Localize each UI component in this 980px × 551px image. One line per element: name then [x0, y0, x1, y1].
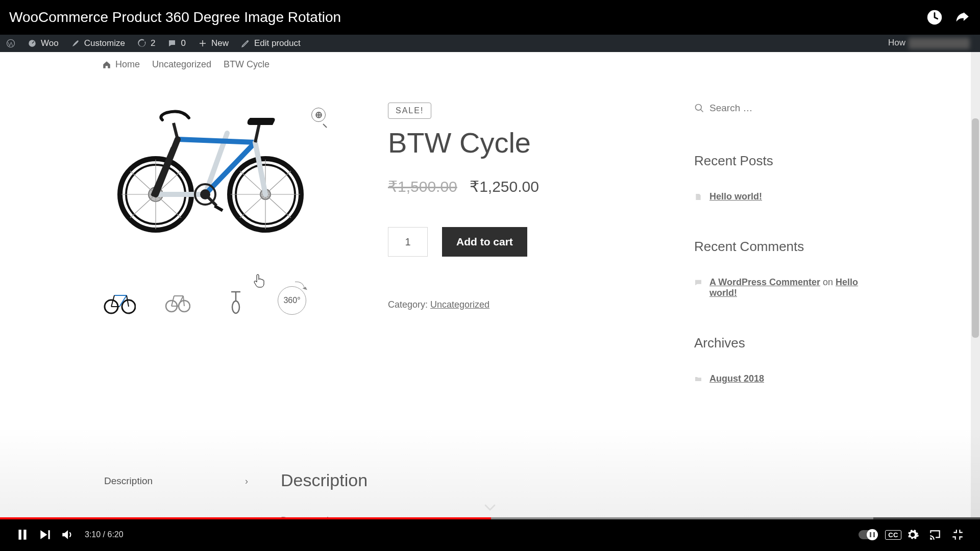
svg-line-22: [240, 194, 265, 218]
svg-line-36: [205, 194, 216, 206]
archive-item: August 2018: [694, 373, 878, 384]
svg-line-16: [130, 171, 156, 194]
customize-link[interactable]: Customize: [65, 35, 131, 52]
svg-rect-59: [48, 530, 50, 539]
sale-badge: SALE!: [388, 103, 431, 119]
site-name-menu[interactable]: Woo: [21, 35, 65, 52]
more-videos-toggle[interactable]: [483, 504, 497, 515]
edit-product-link[interactable]: Edit product: [235, 35, 307, 52]
howdy-user[interactable]: How: [888, 38, 980, 49]
captions-button[interactable]: CC: [885, 530, 901, 540]
autoplay-pause-icon: [868, 531, 876, 538]
svg-line-12: [156, 194, 181, 218]
share-icon[interactable]: [953, 9, 971, 26]
svg-point-8: [260, 189, 271, 199]
watch-later-icon[interactable]: [926, 9, 943, 26]
brush-icon: [71, 39, 80, 48]
svg-point-5: [126, 165, 185, 224]
category-link[interactable]: Uncategorized: [430, 299, 489, 310]
breadcrumb-category[interactable]: Uncategorized: [152, 59, 211, 70]
pencil-icon: [241, 39, 250, 48]
comment-icon: [694, 279, 702, 287]
description-heading: Description: [281, 470, 735, 490]
customize-label: Customize: [84, 38, 125, 48]
cast-button[interactable]: [924, 523, 946, 546]
breadcrumb-home[interactable]: Home: [102, 59, 140, 70]
svg-line-33: [174, 123, 178, 139]
tab-description-label: Description: [104, 475, 153, 487]
archives-heading: Archives: [694, 335, 878, 351]
document-icon: [694, 193, 702, 201]
svg-line-20: [265, 194, 291, 218]
quantity-stepper[interactable]: 1: [388, 227, 428, 257]
page-scrollbar-thumb[interactable]: [972, 118, 979, 338]
howdy-prefix: How: [888, 38, 905, 47]
thumb-360-label: 360°: [283, 296, 300, 305]
new-label: New: [211, 38, 229, 48]
page-scrollbar[interactable]: [971, 52, 980, 518]
breadcrumb-current: BTW Cycle: [224, 59, 270, 70]
tab-description[interactable]: Description ›: [102, 470, 250, 492]
svg-rect-61: [873, 532, 875, 537]
product-thumb-360[interactable]: 360°: [278, 286, 306, 315]
svg-point-7: [149, 187, 163, 202]
update-icon: [137, 39, 146, 48]
exit-fullscreen-button[interactable]: [946, 523, 969, 546]
pause-button[interactable]: [11, 523, 34, 546]
wordpress-icon: [6, 39, 15, 48]
plus-icon: [198, 39, 207, 48]
site-name-label: Woo: [41, 38, 59, 48]
svg-point-4: [230, 159, 301, 230]
archive-link[interactable]: August 2018: [709, 373, 764, 384]
comment-author-link[interactable]: A WordPress Commenter: [709, 277, 820, 287]
chevron-right-icon: ›: [245, 476, 248, 487]
product-thumb-3[interactable]: [219, 286, 252, 317]
svg-point-3: [120, 159, 191, 230]
product-thumb-2[interactable]: [161, 286, 194, 317]
search-input[interactable]: [709, 103, 832, 114]
new-content-link[interactable]: New: [192, 35, 235, 52]
edit-label: Edit product: [254, 38, 301, 48]
product-title: BTW Cycle: [388, 126, 664, 159]
video-title: WooCommerce Product 360 Degree Image Rot…: [9, 9, 341, 26]
autoplay-toggle[interactable]: [859, 530, 878, 539]
comments-link[interactable]: 0: [161, 35, 191, 52]
recorded-page: Woo Customize 2: [0, 35, 980, 518]
svg-line-18: [265, 171, 291, 194]
product-thumb-1[interactable]: [103, 286, 136, 317]
svg-line-27: [205, 142, 255, 194]
folder-icon: [694, 375, 702, 383]
comment-on: on: [820, 277, 836, 287]
svg-line-30: [156, 139, 178, 194]
volume-button[interactable]: [56, 523, 79, 546]
svg-rect-37: [214, 205, 224, 212]
recent-posts-heading: Recent Posts: [694, 153, 878, 169]
product-meta-category: Category: Uncategorized: [388, 299, 664, 310]
svg-point-55: [696, 105, 702, 111]
product-price: ₹1,500.00 ₹1,250.00: [388, 178, 664, 195]
wp-admin-bar[interactable]: Woo Customize 2: [0, 35, 980, 52]
comment-icon: [167, 39, 177, 48]
next-button[interactable]: [34, 523, 56, 546]
recent-post-link[interactable]: Hello world!: [709, 191, 762, 202]
settings-button[interactable]: [901, 523, 924, 546]
svg-line-10: [156, 171, 181, 194]
product-main-image[interactable]: ⊕: [102, 103, 316, 256]
wp-logo-menu[interactable]: [0, 35, 21, 52]
svg-line-32: [255, 119, 260, 142]
svg-line-28: [178, 139, 255, 142]
svg-line-56: [701, 110, 703, 112]
svg-point-52: [232, 301, 239, 313]
dashboard-icon: [28, 39, 37, 48]
svg-line-14: [130, 194, 156, 218]
svg-rect-58: [23, 530, 26, 540]
add-to-cart-button[interactable]: Add to cart: [442, 227, 527, 257]
comments-count: 0: [181, 38, 185, 48]
search-icon: [694, 103, 704, 113]
svg-line-50: [183, 296, 184, 306]
magnify-icon[interactable]: ⊕: [311, 108, 326, 122]
bicycle-illustration: [102, 103, 316, 235]
svg-line-26: [205, 133, 227, 194]
updates-link[interactable]: 2: [131, 35, 161, 52]
svg-line-29: [255, 142, 265, 194]
